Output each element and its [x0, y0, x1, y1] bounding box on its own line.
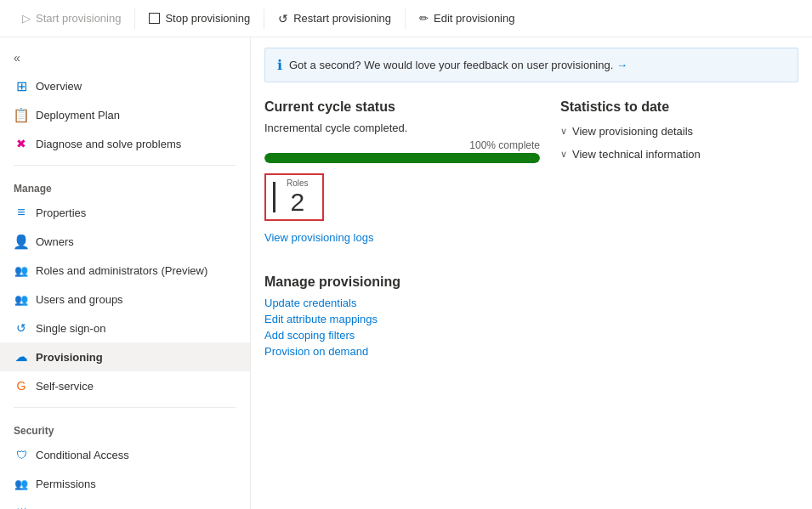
- sidebar-divider-manage: [14, 165, 236, 166]
- sidebar-item-sso[interactable]: ↺ Single sign-on: [0, 314, 250, 342]
- cycle-status-text: Incremental cycle completed.: [264, 122, 540, 134]
- conditional-icon: 🛡: [14, 447, 29, 462]
- provision-on-demand-link[interactable]: Provision on demand: [264, 345, 540, 358]
- sidebar-item-token[interactable]: 🛡 Token encryption: [0, 498, 250, 509]
- progress-bar-container: [264, 153, 540, 163]
- users-icon: 👥: [14, 291, 29, 307]
- overview-icon: ⊞: [14, 78, 29, 93]
- start-icon: ▷: [22, 12, 31, 25]
- sidebar-item-owners[interactable]: 👤 Owners: [0, 227, 250, 256]
- progress-bar-fill: [264, 153, 540, 163]
- chevron-technical-icon: ∨: [560, 149, 567, 160]
- security-section-label: Security: [0, 415, 250, 440]
- toolbar-divider-2: [264, 8, 264, 29]
- progress-label: 100% complete: [264, 139, 540, 151]
- view-provisioning-logs-link[interactable]: View provisioning logs: [264, 231, 373, 244]
- sidebar-item-permissions[interactable]: 👥 Permissions: [0, 469, 250, 498]
- banner-text: Got a second? We would love your feedbac…: [289, 59, 627, 71]
- toolbar-divider-1: [134, 8, 135, 29]
- deployment-icon: 📋: [14, 107, 29, 122]
- edit-provisioning-button[interactable]: ✏ Edit provisioning: [411, 8, 523, 29]
- restart-provisioning-button[interactable]: ↺ Restart provisioning: [270, 8, 400, 30]
- statistics-title: Statistics to date: [560, 99, 798, 115]
- manage-section-label: Manage: [0, 172, 250, 198]
- sidebar-item-properties[interactable]: ≡ Properties: [0, 198, 250, 227]
- sidebar-collapse-button[interactable]: «: [7, 48, 27, 68]
- owners-icon: 👤: [14, 234, 29, 249]
- stop-provisioning-button[interactable]: Stop provisioning: [140, 8, 258, 29]
- view-provisioning-details-item[interactable]: ∨ View provisioning details: [560, 125, 798, 138]
- section-left: Current cycle status Incremental cycle c…: [264, 99, 560, 361]
- sidebar-item-provisioning[interactable]: ☁ Provisioning: [0, 342, 250, 371]
- sidebar-item-diagnose[interactable]: ✖ Diagnose and solve problems: [0, 129, 250, 158]
- toolbar-divider-3: [405, 8, 406, 29]
- edit-icon: ✏: [419, 12, 429, 25]
- sidebar-item-users[interactable]: 👥 Users and groups: [0, 285, 250, 314]
- banner-link[interactable]: →: [616, 59, 627, 71]
- edit-attribute-mappings-link[interactable]: Edit attribute mappings: [264, 313, 540, 325]
- main-layout: « ⊞ Overview 📋 Deployment Plan ✖ Diagnos…: [0, 37, 812, 509]
- properties-icon: ≡: [14, 205, 29, 220]
- chevron-details-icon: ∨: [560, 126, 567, 137]
- manage-provisioning-title: Manage provisioning: [264, 274, 540, 290]
- sidebar-item-selfservice[interactable]: G Self-service: [0, 371, 250, 400]
- content-area: ℹ Got a second? We would love your feedb…: [251, 37, 812, 509]
- roles-card-bar: [273, 182, 275, 212]
- sidebar-item-deployment[interactable]: 📋 Deployment Plan: [0, 100, 250, 129]
- sidebar-item-roles[interactable]: 👥 Roles and administrators (Preview): [0, 256, 250, 285]
- permissions-icon: 👥: [14, 476, 29, 491]
- start-provisioning-button[interactable]: ▷ Start provisioning: [14, 8, 129, 29]
- update-credentials-link[interactable]: Update credentials: [264, 297, 540, 309]
- selfservice-icon: G: [14, 378, 29, 393]
- section-right: Statistics to date ∨ View provisioning d…: [560, 99, 798, 361]
- roles-card-label: Roles: [287, 178, 309, 188]
- roles-card-count: 2: [290, 188, 304, 216]
- stop-icon: [149, 13, 160, 24]
- toolbar: ▷ Start provisioning Stop provisioning ↺…: [0, 0, 812, 37]
- sidebar: « ⊞ Overview 📋 Deployment Plan ✖ Diagnos…: [0, 37, 251, 509]
- sidebar-item-conditional[interactable]: 🛡 Conditional Access: [0, 440, 250, 469]
- diagnose-icon: ✖: [14, 136, 29, 151]
- content-sections: Current cycle status Incremental cycle c…: [251, 93, 812, 368]
- view-technical-info-item[interactable]: ∨ View technical information: [560, 148, 798, 161]
- restart-icon: ↺: [278, 12, 288, 25]
- info-icon: ℹ: [277, 57, 282, 73]
- token-icon: 🛡: [14, 505, 29, 509]
- roles-icon: 👥: [14, 263, 29, 278]
- stats-section: ∨ View provisioning details ∨ View techn…: [560, 122, 798, 161]
- current-cycle-title: Current cycle status: [264, 99, 540, 115]
- roles-card: Roles 2: [264, 173, 324, 221]
- add-scoping-filters-link[interactable]: Add scoping filters: [264, 329, 540, 342]
- info-banner: ℹ Got a second? We would love your feedb…: [264, 48, 798, 82]
- roles-card-inner: Roles 2: [287, 178, 309, 216]
- sso-icon: ↺: [14, 320, 29, 336]
- provisioning-icon: ☁: [14, 349, 29, 365]
- sidebar-divider-security: [14, 407, 236, 408]
- sidebar-item-overview[interactable]: ⊞ Overview: [0, 71, 250, 100]
